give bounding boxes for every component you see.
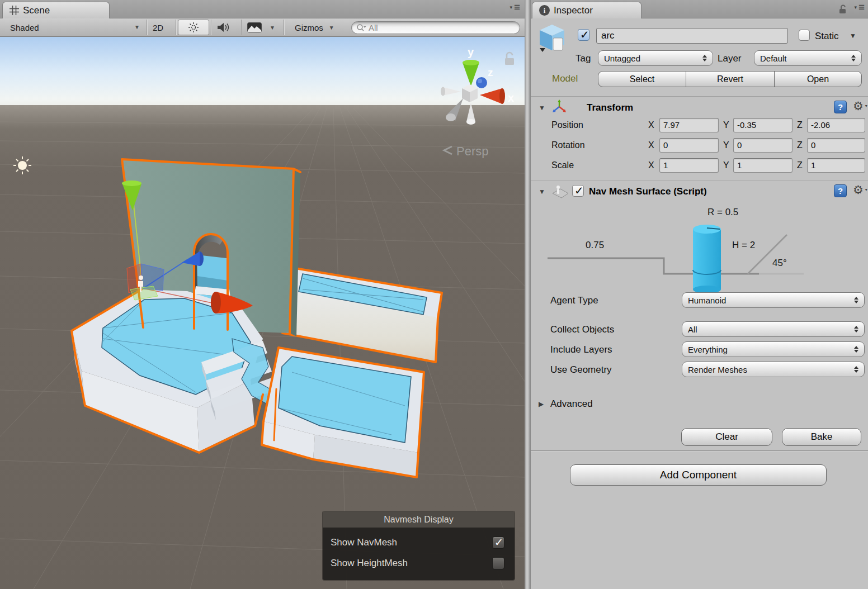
show-heightmesh-checkbox[interactable] (492, 557, 504, 569)
add-component-button[interactable]: Add Component (570, 464, 827, 486)
help-icon[interactable]: ? (834, 184, 847, 197)
position-x-field[interactable]: 7.97 (659, 118, 719, 132)
position-y-field[interactable]: -0.35 (733, 118, 792, 132)
scene-search-input[interactable]: All (351, 21, 520, 34)
gameobject-active-checkbox[interactable] (578, 29, 589, 41)
bake-button[interactable]: Bake (782, 428, 861, 446)
scene-audio-toggle-button[interactable] (216, 18, 231, 36)
use-geometry-label: Use Geometry (550, 364, 612, 376)
axis-z-label: Z (797, 120, 803, 130)
axis-x-label: X (648, 140, 654, 150)
diagram-slope-label: 45° (772, 258, 787, 269)
scene-panel-menu[interactable]: ▾≡ (510, 4, 520, 10)
inspector-panel-menu[interactable]: ▾≡ (854, 4, 865, 10)
shading-mode-dropdown[interactable]: Shaded (10, 18, 39, 36)
search-placeholder: All (369, 23, 378, 32)
use-geometry-dropdown[interactable]: Render Meshes (682, 362, 865, 377)
axis-y-label: Y (723, 140, 729, 150)
navmesh-surface-foldout[interactable]: ▼ (539, 188, 545, 196)
sun-icon (188, 22, 199, 33)
show-navmesh-row[interactable]: Show NavMesh (331, 532, 508, 553)
navmesh-surface-title: Nav Mesh Surface (Script) (589, 186, 707, 197)
inspector-panel: i Inspector ▾≡ arc Static ▼ Tag Untagged (530, 0, 868, 589)
scale-y-value: 1 (737, 160, 742, 170)
axis-z-label: Z (797, 140, 803, 150)
info-icon: i (539, 5, 550, 16)
rotation-y-field[interactable]: 0 (733, 138, 792, 153)
advanced-foldout[interactable]: ▶ (539, 400, 544, 408)
gizmo-z-label: z (488, 66, 493, 78)
show-heightmesh-row[interactable]: Show HeightMesh (331, 553, 508, 573)
component-divider (531, 180, 868, 180)
scale-y-field[interactable]: 1 (733, 158, 792, 173)
static-checkbox[interactable] (799, 30, 810, 41)
scene-toolbar: Shaded ▼ 2D (0, 18, 525, 37)
include-layers-dropdown[interactable]: Everything (682, 341, 865, 357)
agent-type-value: Humanoid (688, 296, 726, 305)
navmesh-surface-enabled-checkbox[interactable] (572, 185, 584, 197)
transform-foldout[interactable]: ▼ (539, 104, 545, 112)
clear-button-label: Clear (715, 431, 738, 443)
clear-button[interactable]: Clear (681, 428, 772, 446)
rotation-y-value: 0 (737, 140, 742, 150)
scene-panel: Scene ▾≡ Shaded ▼ 2D (0, 0, 525, 589)
shading-mode-label: Shaded (10, 23, 39, 32)
scene-lighting-toggle-button[interactable] (178, 20, 209, 35)
inspector-tab-label: Inspector (554, 5, 593, 16)
rotation-x-field[interactable]: 0 (659, 138, 719, 153)
navmesh-display-overlay: Navmesh Display Show NavMesh Show Height… (323, 511, 515, 580)
scale-z-field[interactable]: 1 (807, 158, 865, 173)
collect-objects-dropdown[interactable]: All (682, 321, 865, 337)
scale-x-field[interactable]: 1 (659, 158, 719, 173)
scene-effects-dropdown-button[interactable]: ▼ (247, 18, 275, 36)
model-revert-button[interactable]: Revert (686, 71, 775, 87)
agent-type-dropdown[interactable]: Humanoid (682, 292, 865, 308)
tag-value: Untagged (604, 54, 640, 63)
tab-scene[interactable]: Scene (2, 2, 110, 18)
hamburger-menu-icon: ≡ (858, 4, 865, 10)
projection-label: Persp (456, 144, 488, 158)
navmesh-surface-icon (552, 184, 569, 199)
gear-icon[interactable]: ⚙ (853, 101, 864, 112)
help-icon[interactable]: ? (834, 101, 847, 113)
inspector-tabbar: i Inspector ▾≡ (531, 0, 868, 18)
static-dropdown-icon[interactable]: ▼ (850, 32, 856, 40)
model-select-button[interactable]: Select (598, 71, 686, 87)
diagram-step-label: 0.75 (586, 240, 604, 251)
updown-arrows-icon (702, 55, 707, 61)
tag-dropdown[interactable]: Untagged (598, 50, 713, 66)
panel-splitter[interactable] (525, 0, 530, 589)
unity-editor-window: Scene ▾≡ Shaded ▼ 2D (0, 0, 868, 589)
rotation-z-field[interactable]: 0 (807, 138, 865, 153)
gameobject-name-field[interactable]: arc (596, 28, 788, 44)
static-label: Static (815, 31, 839, 42)
scene-viewport[interactable]: y z x Persp Navmesh Display (0, 37, 525, 589)
2d-toggle-button[interactable]: 2D (153, 18, 163, 36)
show-navmesh-checkbox[interactable] (492, 536, 504, 549)
image-effects-icon (247, 22, 262, 32)
lock-icon[interactable] (839, 4, 847, 14)
diagram-height-label: H = 2 (732, 240, 755, 251)
toolbar-divider (211, 20, 211, 35)
position-z-field[interactable]: -2.06 (807, 118, 865, 132)
prefab-model-icon[interactable] (537, 23, 567, 55)
gizmo-z-sphere[interactable] (476, 77, 487, 88)
layer-dropdown[interactable]: Default (754, 50, 862, 66)
speaker-icon (216, 21, 231, 34)
tab-inspector[interactable]: i Inspector (532, 2, 641, 18)
scene-tabbar: Scene ▾≡ (0, 0, 525, 18)
gizmos-dropdown[interactable]: Gizmos ▼ (295, 18, 334, 36)
updown-arrows-icon (854, 326, 858, 332)
collect-objects-value: All (688, 325, 697, 334)
gameobject-name-value: arc (601, 30, 615, 41)
toolbar-divider (284, 20, 284, 35)
chevron-down-icon: ▼ (270, 25, 275, 31)
position-x-value: 7.97 (663, 120, 680, 130)
sky (0, 37, 525, 115)
gear-icon[interactable]: ⚙ (853, 184, 864, 196)
axis-y-label: Y (723, 120, 729, 130)
diagram-radius-label: R = 0.5 (707, 207, 738, 218)
transform-title: Transform (587, 102, 633, 113)
search-icon (356, 23, 366, 32)
model-open-button[interactable]: Open (775, 71, 862, 87)
